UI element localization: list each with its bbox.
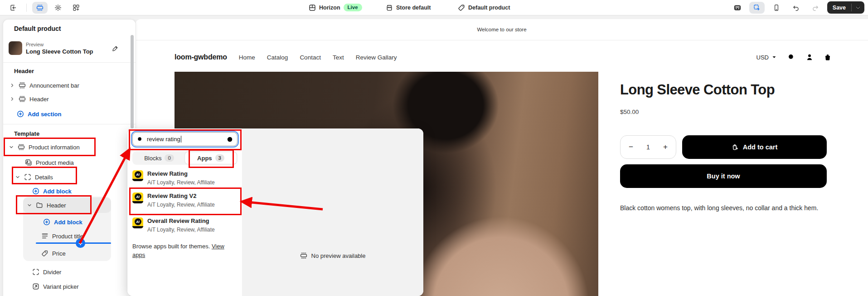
search-icon[interactable] — [787, 53, 795, 61]
sidebar-item-announcement-bar[interactable]: Announcement bar — [10, 79, 79, 92]
app-item-review-rating[interactable]: AI Review Rating AiT Loyalty, Review, Af… — [132, 170, 238, 190]
sidebar-item-details[interactable]: Details — [15, 170, 53, 184]
text-caret — [181, 136, 182, 143]
preview-product-name: Long Sleeve Cotton Top — [26, 48, 93, 55]
nav-catalog[interactable]: Catalog — [267, 54, 288, 61]
save-button[interactable]: Save — [827, 1, 851, 14]
browse-apps-note: Browse apps built for themes. View apps — [132, 242, 236, 260]
quantity-stepper[interactable]: − 1 + — [620, 135, 676, 159]
redo-icon — [812, 4, 819, 11]
undo-icon — [792, 4, 800, 11]
save-split-button[interactable]: Save — [827, 1, 864, 14]
template-label: Default product — [468, 5, 510, 11]
product-info-column: Long Sleeve Cotton Top $50.00 − 1 + Add … — [620, 72, 827, 219]
add-to-cart-button[interactable]: Add to cart — [682, 135, 827, 159]
chevron-right-icon — [10, 96, 15, 102]
chevron-down-icon — [855, 5, 861, 11]
incognito-icon — [733, 4, 742, 12]
save-menu-button[interactable] — [852, 1, 864, 14]
theme-name: Horizon — [319, 5, 340, 11]
sidebar-item-divider-block[interactable]: Divider — [32, 266, 61, 278]
sidebar-item-header[interactable]: Header — [10, 92, 49, 106]
app-icon: AI — [132, 217, 143, 228]
brackets-icon — [32, 268, 39, 276]
tab-apps[interactable]: Apps 3 — [185, 152, 237, 164]
quantity-increase-button[interactable]: + — [663, 143, 668, 152]
account-icon[interactable] — [805, 53, 814, 61]
folder-icon — [36, 202, 43, 209]
store-context-label: Store default — [396, 5, 431, 11]
block-insert-plus-button[interactable]: + — [76, 238, 85, 248]
add-section-button[interactable]: Add section — [17, 109, 61, 119]
tab-blocks[interactable]: Blocks 0 — [133, 152, 185, 164]
store-name[interactable]: loom-gwbdemo — [175, 53, 227, 61]
undo-button[interactable] — [788, 2, 804, 14]
block-insert-line — [36, 242, 111, 244]
nav-home[interactable]: Home — [239, 54, 255, 61]
store-context-selector[interactable]: Store default — [386, 0, 431, 15]
quantity-decrease-button[interactable]: − — [629, 143, 633, 152]
app-embeds-button[interactable] — [68, 2, 84, 14]
nav-text[interactable]: Text — [333, 54, 344, 61]
block-search-input[interactable]: review rating — [132, 132, 238, 146]
template-selector[interactable]: Default product — [458, 0, 510, 15]
buy-it-now-button[interactable]: Buy it now — [620, 164, 827, 188]
preview-label: Preview — [26, 42, 44, 47]
block-picker-list-pane: review rating Blocks 0 Apps 3 AI Review … — [127, 128, 242, 296]
theme-settings-button[interactable] — [50, 2, 66, 14]
sidebar-item-price[interactable]: Price — [41, 247, 66, 260]
sidebar-item-variant-picker[interactable]: Variant picker — [32, 280, 79, 293]
store-header: loom-gwbdemo Home Catalog Contact Text R… — [175, 45, 832, 69]
chevron-right-icon — [10, 83, 15, 88]
block-picker-popup: review rating Blocks 0 Apps 3 AI Review … — [127, 128, 423, 296]
apps-count-badge: 3 — [215, 154, 224, 162]
tag-icon — [458, 4, 465, 11]
add-block-button-nested[interactable]: Add block — [43, 217, 82, 227]
mobile-preview-button[interactable] — [769, 2, 784, 14]
edit-preview-button[interactable] — [112, 45, 119, 52]
sidebar-scrollbar[interactable] — [131, 35, 134, 128]
section-icon — [19, 82, 26, 89]
sidebar-item-product-media[interactable]: Product media — [25, 156, 74, 169]
section-icon — [300, 252, 307, 259]
divider — [3, 124, 136, 124]
exit-editor-button[interactable] — [5, 2, 21, 14]
sidebar-item-product-information[interactable]: Product information — [9, 140, 80, 154]
buy-it-now-label: Buy it now — [707, 173, 740, 180]
pencil-icon — [112, 45, 119, 52]
divider — [3, 62, 136, 63]
editor-topbar: Horizon Live Store default Default produ… — [0, 0, 868, 15]
add-block-button[interactable]: Add block — [32, 186, 72, 197]
store-nav: Home Catalog Contact Text Review Gallary — [239, 54, 397, 61]
template-group-label: Template — [14, 130, 39, 137]
theme-selector[interactable]: Horizon Live — [309, 0, 362, 15]
no-preview-text: No preview available — [311, 252, 366, 259]
clear-search-icon[interactable] — [227, 136, 233, 143]
sidebar-item-header-block[interactable]: Header — [27, 198, 66, 212]
currency-selector[interactable]: USD — [756, 54, 777, 61]
bag-plus-icon — [732, 143, 739, 151]
topbar-divider — [26, 4, 27, 12]
chevron-down-icon — [27, 202, 32, 208]
announcement-text: Welcome to our store — [477, 27, 526, 32]
nav-contact[interactable]: Contact — [300, 54, 321, 61]
sections-icon — [36, 4, 44, 11]
incognito-preview-button[interactable] — [730, 2, 745, 14]
chevron-down-icon — [771, 54, 777, 60]
sections-sidebar: Default product Preview Long Sleeve Cott… — [3, 19, 136, 296]
section-icon — [18, 143, 25, 151]
app-item-overall-review-rating[interactable]: AI Overall Review Rating AiT Loyalty, Re… — [132, 217, 238, 237]
currency-code: USD — [756, 54, 769, 61]
redo-button[interactable] — [808, 2, 823, 14]
product-title: Long Sleeve Cotton Top — [620, 82, 827, 98]
announcement-bar: Welcome to our store — [136, 19, 868, 40]
sections-panel-button[interactable] — [32, 2, 48, 14]
cursor-select-icon — [753, 4, 761, 11]
cart-icon[interactable] — [824, 53, 832, 61]
gear-icon — [54, 4, 62, 11]
inspector-toggle-button[interactable] — [749, 2, 765, 14]
nav-review-gallary[interactable]: Review Gallary — [356, 54, 397, 61]
header-group-label: Header — [14, 68, 34, 74]
variant-picker-icon — [32, 283, 39, 290]
app-item-review-rating-v2[interactable]: AI Review Rating V2 AiT Loyalty, Review,… — [132, 192, 238, 212]
